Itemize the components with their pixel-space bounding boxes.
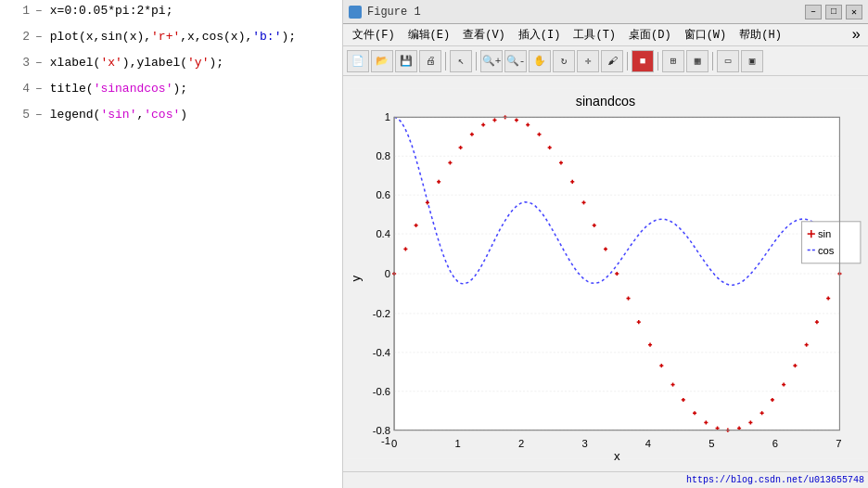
svg-text:-0.4: -0.4 — [373, 347, 390, 358]
plot-title: sinandcos — [576, 94, 635, 109]
svg-text:0.6: 0.6 — [376, 189, 390, 200]
brush-button[interactable]: 🖌 — [601, 50, 623, 72]
status-url: https://blog.csdn.net/u013655748 — [686, 475, 864, 485]
svg-text:-0.6: -0.6 — [373, 386, 390, 397]
line-num-5: 5 — [4, 108, 30, 122]
figure-icon — [349, 6, 362, 19]
svg-text:4: 4 — [645, 438, 651, 449]
toolbar: 📄 📂 💾 🖨 ↖ 🔍+ 🔍- ✋ ↻ ✛ 🖌 ■ ⊞ ▦ ▭ ▣ — [343, 46, 868, 76]
code-line-5: 5 – legend('sin','cos') — [0, 108, 342, 134]
menu-desktop[interactable]: 桌面(D) — [623, 25, 677, 45]
plot-area: sinandcos 1 — [343, 76, 868, 471]
code-content-2: plot(x,sin(x),'r+',x,cos(x),'b:'); — [50, 30, 296, 44]
style-btn2[interactable]: ▣ — [741, 50, 763, 72]
menu-tools[interactable]: 工具(T) — [568, 25, 621, 45]
layout-btn1[interactable]: ⊞ — [662, 50, 684, 72]
svg-text:0.4: 0.4 — [376, 228, 390, 239]
line-num-4: 4 — [4, 82, 30, 96]
code-line-2: 2 – plot(x,sin(x),'r+',x,cos(x),'b:'); — [0, 30, 342, 56]
print-button[interactable]: 🖨 — [419, 50, 441, 72]
maximize-button[interactable]: □ — [825, 5, 842, 19]
rotate-button[interactable]: ↻ — [553, 50, 575, 72]
line-num-1: 1 — [4, 4, 30, 18]
data-cursor[interactable]: ✛ — [577, 50, 599, 72]
plot-svg: sinandcos 1 — [347, 80, 864, 468]
svg-text:6: 6 — [772, 438, 778, 449]
editor-panel: 1 – x=0:0.05*pi:2*pi; 2 – plot(x,sin(x),… — [0, 0, 343, 488]
sep5 — [712, 52, 713, 71]
svg-text:1: 1 — [385, 111, 390, 122]
figure-panel: Figure 1 – □ ✕ 文件(F) 编辑(E) 查看(V) 插入(I) 工… — [343, 0, 868, 488]
minimize-button[interactable]: – — [805, 5, 822, 19]
statusbar: https://blog.csdn.net/u013655748 — [343, 471, 868, 488]
expand-button[interactable]: » — [848, 27, 864, 44]
svg-text:-0.8: -0.8 — [373, 425, 390, 436]
svg-text:2: 2 — [518, 438, 524, 449]
svg-text:-0.2: -0.2 — [373, 308, 390, 319]
svg-text:7: 7 — [836, 438, 841, 449]
menu-window[interactable]: 窗口(W) — [679, 25, 733, 45]
menubar: 文件(F) 编辑(E) 查看(V) 插入(I) 工具(T) 桌面(D) 窗口(W… — [343, 24, 868, 46]
figure-titlebar-left: Figure 1 — [349, 6, 421, 19]
menu-view[interactable]: 查看(V) — [457, 25, 511, 45]
new-button[interactable]: 📄 — [347, 50, 369, 72]
legend-cos-label: cos — [818, 245, 835, 256]
code-line-1: 1 – x=0:0.05*pi:2*pi; — [0, 4, 342, 30]
color-button[interactable]: ■ — [632, 50, 654, 72]
svg-text:1: 1 — [454, 438, 460, 449]
layout-btn2[interactable]: ▦ — [686, 50, 708, 72]
close-button[interactable]: ✕ — [846, 5, 862, 19]
cursor-button[interactable]: ↖ — [450, 50, 472, 72]
sep1 — [445, 52, 446, 71]
style-btn1[interactable]: ▭ — [717, 50, 739, 72]
svg-text:0.8: 0.8 — [376, 150, 390, 161]
svg-text:5: 5 — [708, 438, 714, 449]
xlabel: x — [614, 449, 620, 463]
open-button[interactable]: 📂 — [371, 50, 393, 72]
svg-text:3: 3 — [581, 438, 587, 449]
save-button[interactable]: 💾 — [395, 50, 417, 72]
code-content-3: xlabel('x'),ylabel('y'); — [50, 56, 223, 70]
zoom-in-button[interactable]: 🔍+ — [480, 50, 503, 72]
pan-button[interactable]: ✋ — [529, 50, 551, 72]
code-content-4: title('sinandcos'); — [50, 82, 187, 96]
sep2 — [476, 52, 477, 71]
code-line-3: 3 – xlabel('x'),ylabel('y'); — [0, 56, 342, 82]
figure-title: Figure 1 — [367, 6, 421, 19]
menu-help[interactable]: 帮助(H) — [734, 25, 787, 45]
sep3 — [627, 52, 628, 71]
zoom-out-button[interactable]: 🔍- — [504, 50, 527, 72]
code-content-1: x=0:0.05*pi:2*pi; — [50, 4, 173, 18]
code-content-5: legend('sin','cos') — [50, 108, 187, 122]
legend-sin-label: sin — [818, 228, 831, 239]
menu-file[interactable]: 文件(F) — [347, 25, 401, 45]
menu-edit[interactable]: 编辑(E) — [402, 25, 456, 45]
code-line-4: 4 – title('sinandcos'); — [0, 82, 342, 108]
ylabel: y — [349, 275, 363, 281]
svg-text:0: 0 — [385, 268, 390, 279]
svg-text:0: 0 — [391, 438, 397, 449]
figure-titlebar-controls: – □ ✕ — [805, 5, 862, 19]
sep4 — [657, 52, 658, 71]
line-num-2: 2 — [4, 30, 30, 44]
figure-titlebar: Figure 1 – □ ✕ — [343, 0, 868, 24]
line-num-3: 3 — [4, 56, 30, 70]
svg-text:-1: -1 — [381, 435, 390, 446]
menu-insert[interactable]: 插入(I) — [513, 25, 567, 45]
